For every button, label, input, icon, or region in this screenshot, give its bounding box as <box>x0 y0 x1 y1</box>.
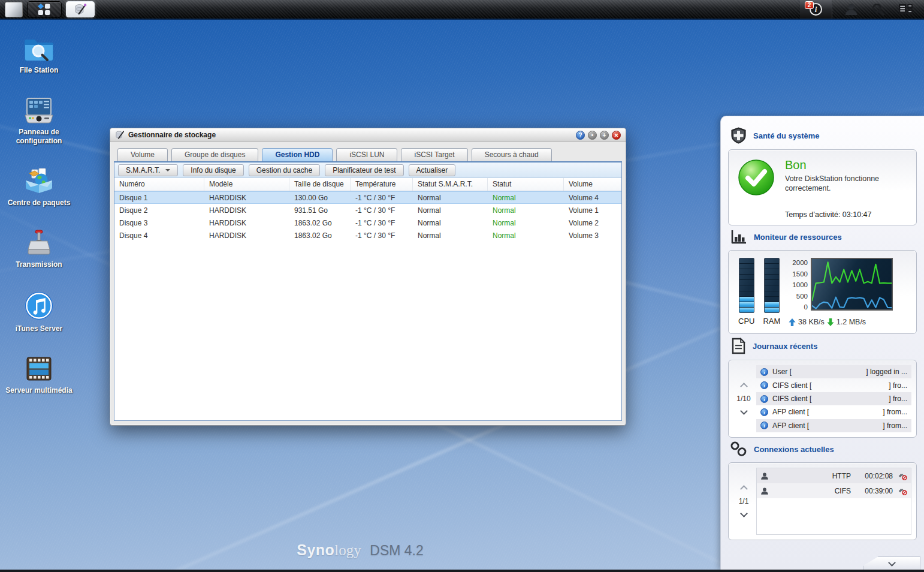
log-entry: AFP client [ ] from... <box>756 405 911 419</box>
widget-title-health: Santé du système <box>753 131 820 140</box>
cell-modele: HARDDISK <box>204 231 289 240</box>
column-header[interactable]: Modèle <box>204 178 289 191</box>
cell-numero: Disque 4 <box>114 231 204 240</box>
table-row[interactable]: Disque 2 HARDDISK 931.51 Go -1 °C / 30 °… <box>114 204 621 216</box>
connections-page-indicator: 1/1 <box>739 497 749 505</box>
health-description: Votre DiskStation fonctionne correctemen… <box>785 174 909 194</box>
ram-label: RAM <box>763 317 780 326</box>
cell-taille: 130.00 Go <box>289 194 351 202</box>
column-header[interactable]: Taille de disque <box>289 178 351 191</box>
connection-duration: 00:02:08 <box>856 472 893 480</box>
cell-volume: Volume 4 <box>564 194 621 202</box>
cell-smart: Normal <box>413 231 488 240</box>
chevron-up-icon[interactable] <box>740 485 748 493</box>
desktop-icon-file-station[interactable]: File Station <box>4 35 74 75</box>
main-menu-button[interactable] <box>27 1 62 17</box>
table-row[interactable]: Disque 4 HARDDISK 1863.02 Go -1 °C / 30 … <box>114 229 621 242</box>
user-menu-icon[interactable] <box>844 2 858 16</box>
toolbar-button[interactable]: Info du disque <box>183 164 243 176</box>
widget-panel: Santé du système Bon Votre DiskStation f… <box>720 116 924 570</box>
tab[interactable]: Groupe de disques <box>171 148 258 161</box>
info-icon <box>760 395 768 403</box>
maximize-button[interactable] <box>600 131 609 140</box>
system-health-card: Bon Votre DiskStation fonctionne correct… <box>728 149 917 225</box>
minimize-button[interactable] <box>588 131 597 140</box>
smart-dropdown-button[interactable]: S.M.A.R.T. <box>118 164 178 176</box>
cell-numero: Disque 1 <box>114 194 204 202</box>
cell-numero: Disque 3 <box>114 219 204 227</box>
close-button[interactable] <box>612 131 621 140</box>
tab[interactable]: Volume <box>117 148 168 161</box>
window-title: Gestionnaire de stockage <box>128 131 216 139</box>
desktop-icon-label: Transmission <box>16 260 62 269</box>
cell-smart: Normal <box>413 194 488 202</box>
chevron-down-icon[interactable] <box>740 407 748 415</box>
column-header[interactable]: Numéro <box>114 178 204 191</box>
pilot-view-icon[interactable] <box>898 3 913 16</box>
cell-statut: Normal <box>488 219 564 227</box>
desktop-icon-media-server[interactable]: Serveur multimédia <box>4 355 74 395</box>
file-station-icon <box>23 35 55 62</box>
log-text-left: AFP client [ <box>772 422 809 430</box>
tab[interactable]: Secours à chaud <box>472 148 552 161</box>
column-header[interactable]: Volume <box>564 178 621 191</box>
info-icon <box>760 368 768 376</box>
notification-badge: 2 <box>805 1 814 9</box>
desktop-icon-label: Serveur multimédia <box>5 386 72 395</box>
log-entry: AFP client [ ] from... <box>756 419 911 432</box>
help-button[interactable] <box>576 131 585 140</box>
logs-page-indicator: 1/10 <box>736 395 750 403</box>
screen-bottom-edge <box>0 570 924 572</box>
tab[interactable]: Gestion HDD <box>262 148 333 161</box>
log-text-right: ] logged in ... <box>866 368 907 376</box>
desktop-icon-transmission[interactable]: Transmission <box>4 229 74 269</box>
taskbar-right: 2 <box>800 0 919 19</box>
download-arrow-icon <box>827 318 834 326</box>
control-panel-icon <box>23 97 55 124</box>
cell-modele: HARDDISK <box>204 206 289 215</box>
storage-manager-window: Gestionnaire de stockage VolumeGroupe de… <box>110 128 626 426</box>
cell-volume: Volume 1 <box>564 206 621 215</box>
user-icon <box>760 487 769 495</box>
taskbar-app-storage-manager[interactable] <box>66 1 95 17</box>
search-icon[interactable] <box>871 2 885 16</box>
toolbar-button[interactable]: Planificateur de test <box>325 164 403 176</box>
show-desktop-button[interactable] <box>5 2 23 17</box>
column-header[interactable]: Statut <box>488 178 564 191</box>
connection-duration: 00:39:00 <box>856 487 893 495</box>
desktop-icon-itunes-server[interactable]: iTunes Server <box>4 291 74 333</box>
chevron-up-icon[interactable] <box>740 383 748 390</box>
info-icon <box>760 422 768 429</box>
toolbar-button[interactable]: Gestion du cache <box>249 164 320 176</box>
chevron-down-icon <box>888 559 896 567</box>
collapse-widgets-button[interactable] <box>863 556 920 570</box>
connection-row: CIFS 00:39:00 <box>757 483 911 498</box>
tick-label: 0 <box>804 303 808 311</box>
table-header: NuméroModèleTaille de disqueTempératureS… <box>114 178 621 191</box>
transmission-icon <box>23 229 55 257</box>
toolbar-button[interactable]: Actualiser <box>409 164 456 176</box>
tab[interactable]: iSCSI LUN <box>336 148 397 161</box>
tab[interactable]: iSCSI Target <box>401 148 467 161</box>
table-row[interactable]: Disque 3 HARDDISK 1863.02 Go -1 °C / 30 … <box>114 216 621 229</box>
column-header[interactable]: Statut S.M.A.R.T. <box>413 178 488 191</box>
desktop-icon-package-center[interactable]: Centre de paquets <box>4 167 74 207</box>
disconnect-icon[interactable] <box>898 472 907 480</box>
logs-icon <box>730 338 746 354</box>
log-text-right: ] from... <box>883 422 907 430</box>
table-row[interactable]: Disque 1 HARDDISK 130.00 Go -1 °C / 30 °… <box>114 191 621 204</box>
column-header[interactable]: Température <box>351 178 413 191</box>
window-titlebar[interactable]: Gestionnaire de stockage <box>110 128 626 142</box>
widget-title-connections: Connexions actuelles <box>754 445 834 454</box>
cell-smart: Normal <box>413 206 488 215</box>
disconnect-icon[interactable] <box>898 487 907 495</box>
cell-taille: 931.51 Go <box>289 206 351 215</box>
upload-arrow-icon <box>789 318 796 326</box>
desktop-icon-control-panel[interactable]: Panneau de configuration <box>4 97 74 146</box>
desktop-icon-label: Centre de paquets <box>8 198 71 207</box>
cell-statut: Normal <box>488 206 564 215</box>
log-text-right: ] fro... <box>889 395 907 403</box>
health-status: Bon <box>785 158 909 172</box>
chevron-down-icon[interactable] <box>740 510 748 517</box>
notifications-button[interactable]: 2 <box>800 0 832 19</box>
